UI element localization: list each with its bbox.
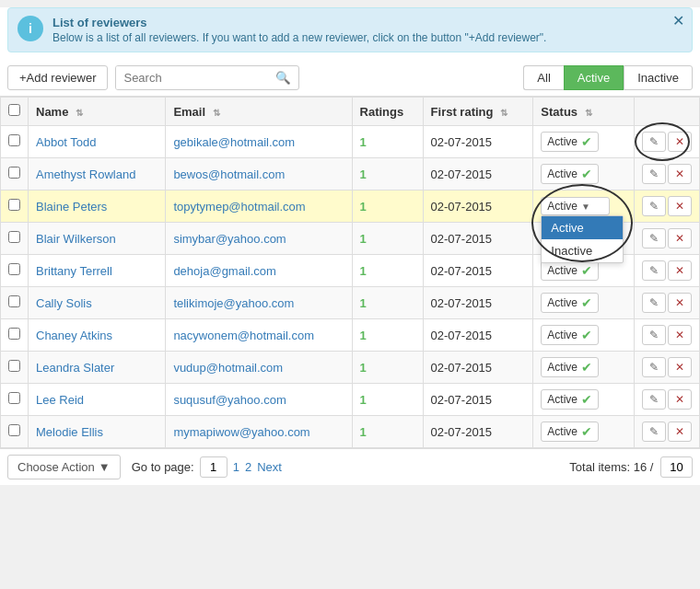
next-page-link[interactable]: Next	[257, 460, 282, 474]
edit-button[interactable]: ✎	[642, 389, 666, 410]
per-page-input[interactable]	[660, 456, 693, 478]
edit-button[interactable]: ✎	[642, 357, 666, 377]
delete-button[interactable]: ✕	[668, 357, 692, 377]
reviewer-name-link[interactable]: Chaney Atkins	[36, 329, 112, 342]
status-label: Active	[547, 393, 578, 406]
add-reviewer-button[interactable]: +Add reviewer	[7, 65, 108, 90]
reviewer-name-link[interactable]: Blair Wilkerson	[36, 232, 116, 246]
reviewer-name-link[interactable]: Lee Reid	[36, 393, 84, 407]
reviewer-first-rating: 02-07-2015	[423, 287, 533, 319]
reviewer-name-link[interactable]: Blaine Peters	[36, 200, 107, 214]
reviewer-name-link[interactable]: Melodie Ellis	[36, 425, 103, 439]
reviewer-email-link[interactable]: suqusuf@yahoo.com	[173, 393, 286, 407]
status-badge: Active✔	[541, 325, 599, 345]
select-all-checkbox[interactable]	[8, 104, 20, 116]
filter-active-button[interactable]: Active	[564, 65, 624, 90]
reviewer-actions: ✎✕	[635, 191, 700, 223]
reviewer-ratings: 1	[352, 352, 423, 384]
reviewer-status: Active✔	[533, 416, 635, 448]
banner-title: List of reviewers	[52, 16, 682, 29]
delete-button[interactable]: ✕	[668, 325, 692, 345]
reviewer-email-link[interactable]: vudup@hotmail.com	[173, 361, 283, 375]
edit-button[interactable]: ✎	[642, 196, 666, 216]
delete-button[interactable]: ✕	[668, 260, 692, 281]
reviewer-name-link[interactable]: Amethyst Rowland	[36, 167, 135, 181]
row-checkbox[interactable]	[8, 199, 20, 211]
reviewer-status: Active✔	[533, 126, 635, 158]
edit-button[interactable]: ✎	[642, 132, 666, 152]
edit-button[interactable]: ✎	[642, 325, 666, 345]
status-sort-icon[interactable]: ⇅	[585, 108, 592, 118]
table-row: Blaine Peterstopytymep@hotmail.com102-07…	[1, 191, 700, 223]
close-icon[interactable]: ✕	[672, 14, 684, 29]
status-check-icon: ✔	[581, 167, 592, 181]
search-box: 🔍	[115, 65, 299, 90]
search-input[interactable]	[116, 66, 268, 89]
reviewer-email-link[interactable]: simybar@yahoo.com	[173, 232, 286, 246]
row-checkbox[interactable]	[8, 392, 20, 404]
reviewer-name-link[interactable]: Cally Solis	[36, 296, 92, 310]
name-sort-icon[interactable]: ⇅	[76, 108, 83, 118]
edit-button[interactable]: ✎	[642, 293, 666, 313]
delete-button[interactable]: ✕	[668, 164, 692, 184]
reviewer-email-link[interactable]: nacywonem@hotmail.com	[173, 329, 314, 342]
delete-button[interactable]: ✕	[668, 132, 692, 152]
select-all-header	[1, 98, 29, 126]
row-checkbox[interactable]	[8, 424, 20, 436]
row-checkbox[interactable]	[8, 328, 20, 340]
delete-button[interactable]: ✕	[668, 389, 692, 410]
reviewer-ratings: 1	[352, 126, 423, 158]
reviewer-email-link[interactable]: mymapiwow@yahoo.com	[173, 425, 309, 439]
dropdown-option-active[interactable]: Active	[542, 216, 623, 239]
row-checkbox[interactable]	[8, 231, 20, 243]
reviewer-email-link[interactable]: gebikale@hotmail.com	[173, 135, 295, 149]
footer: Choose Action ▼ Go to page: 1 2 Next Tot…	[0, 448, 700, 485]
search-icon[interactable]: 🔍	[268, 67, 298, 88]
delete-button[interactable]: ✕	[668, 422, 692, 442]
page-2-link[interactable]: 2	[245, 460, 251, 474]
row-checkbox[interactable]	[8, 134, 20, 146]
edit-button[interactable]: ✎	[642, 164, 666, 184]
status-check-icon: ✔	[581, 328, 592, 342]
reviewer-name-link[interactable]: Abbot Todd	[36, 135, 97, 149]
reviewer-actions: ✎✕	[635, 319, 700, 352]
reviewer-name-link[interactable]: Brittany Terrell	[36, 264, 112, 278]
reviewer-actions: ✎✕	[635, 223, 700, 255]
choose-action-button[interactable]: Choose Action ▼	[7, 455, 121, 479]
row-checkbox[interactable]	[8, 263, 20, 275]
reviewer-status: Active✔	[533, 352, 635, 384]
delete-button[interactable]: ✕	[668, 196, 692, 216]
reviewer-email-link[interactable]: telikimoje@yahoo.com	[173, 296, 294, 310]
reviewer-first-rating: 02-07-2015	[423, 158, 533, 191]
filter-inactive-button[interactable]: Inactive	[624, 65, 693, 90]
email-sort-icon[interactable]: ⇅	[213, 108, 220, 118]
row-checkbox[interactable]	[8, 295, 20, 307]
row-checkbox[interactable]	[8, 167, 20, 179]
dropdown-option-inactive[interactable]: Inactive	[542, 239, 623, 262]
status-badge: Active✔	[541, 293, 599, 313]
reviewer-ratings: 1	[352, 158, 423, 191]
status-check-icon: ✔	[581, 134, 592, 149]
delete-button[interactable]: ✕	[668, 228, 692, 248]
page-1-link[interactable]: 1	[233, 460, 239, 474]
status-badge: Active✔	[541, 132, 599, 152]
row-checkbox[interactable]	[8, 360, 20, 372]
edit-button[interactable]: ✎	[642, 422, 666, 442]
total-items-label: Total items: 16 /	[569, 460, 653, 474]
delete-button[interactable]: ✕	[668, 293, 692, 313]
reviewer-first-rating: 02-07-2015	[423, 191, 533, 223]
page-input[interactable]	[200, 456, 228, 478]
edit-button[interactable]: ✎	[642, 260, 666, 281]
reviewer-first-rating: 02-07-2015	[423, 352, 533, 384]
filter-all-button[interactable]: All	[523, 65, 563, 90]
reviewer-email-link[interactable]: dehoja@gmail.com	[173, 264, 275, 278]
go-to-page-label: Go to page:	[132, 460, 194, 474]
reviewer-actions: ✎✕	[635, 255, 700, 287]
status-dropdown[interactable]: Active▼	[541, 197, 610, 215]
first-rating-sort-icon[interactable]: ⇅	[500, 108, 508, 118]
reviewer-name-link[interactable]: Leandra Slater	[36, 361, 114, 375]
status-check-icon: ✔	[581, 360, 592, 375]
reviewer-email-link[interactable]: bewos@hotmail.com	[173, 167, 285, 181]
reviewer-email-link[interactable]: topytymep@hotmail.com	[173, 200, 305, 214]
edit-button[interactable]: ✎	[642, 228, 666, 248]
